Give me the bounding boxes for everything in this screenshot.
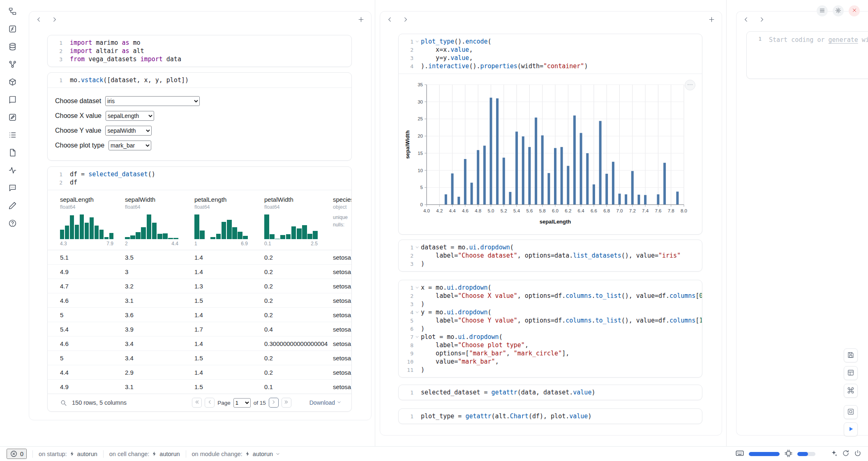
svg-text:5.4: 5.4 [513,208,520,213]
power-button[interactable] [854,449,861,458]
layout-button[interactable] [844,366,858,380]
add-cell-button[interactable] [355,14,367,26]
panel-explorer-button[interactable] [5,6,20,18]
panel-functions-button[interactable] [5,23,20,36]
empty-cell[interactable]: 1 Start coding or generate with AI [746,31,868,79]
code-editor[interactable]: 1import marimo as mo2import altair as al… [48,35,351,67]
last-page-button[interactable] [282,398,291,408]
column-header-sepalLength[interactable]: sepalLengthfloat644.37.9 [60,196,125,250]
save-button[interactable] [844,348,858,362]
panel-logs-button[interactable] [5,129,20,142]
code-editor[interactable]: 1mo.vstack([dataset, x, y, plot]) [48,73,351,88]
table-row[interactable]: 4.73.21.30.2setosa [48,279,351,293]
column-header-sepalWidth[interactable]: sepalWidthfloat6424.4 [125,196,194,250]
page-select[interactable]: 1 [233,398,251,408]
lightning-icon [152,451,157,456]
column-header-petalWidth[interactable]: petalWidthfloat640.12.5 [264,196,333,250]
line-number: 9 [399,350,413,357]
code-editor[interactable]: 1df = selected_dataset()2df [48,167,351,190]
prev-page-button[interactable] [205,398,215,408]
table-row[interactable]: 4.42.91.40.2setosa [48,365,351,379]
first-page-button[interactable] [192,398,202,408]
code-editor[interactable]: 1selected_dataset = getattr(data, datase… [399,385,702,400]
frame-icon [847,408,854,417]
errors-indicator[interactable]: 0 [7,449,27,459]
generate-with-ai-link[interactable]: generate [829,36,858,44]
control-row: Choose datasetiris [55,94,351,108]
chart-actions-button[interactable] [685,80,695,90]
lightning-icon [245,451,250,456]
table-row[interactable]: 4.931.40.2setosa [48,264,351,279]
table-row[interactable]: 53.61.40.2setosa [48,307,351,322]
panel-datasources-button[interactable] [5,41,20,53]
table-row[interactable]: 4.93.11.50.1setosa [48,379,351,394]
move-column-left-button[interactable] [740,14,752,26]
panel-tracing-button[interactable] [5,165,20,177]
fold-icon[interactable] [413,335,421,339]
fold-icon[interactable] [413,310,421,314]
cell-dataframe: 1df = selected_dataset()2df sepalLengthf… [47,166,352,412]
code-editor[interactable]: 1plot_type().encode(2 x=x.value,3 y=y.va… [399,34,702,74]
play-button[interactable] [844,422,858,436]
choose-plot-type-select[interactable]: mark_bar [108,141,151,150]
svg-text:5.8: 5.8 [539,208,546,213]
shutdown-button[interactable] [849,5,860,16]
move-column-left-button[interactable] [383,14,396,26]
column-header-petalLength[interactable]: petalLengthfloat6416.9 [194,196,264,250]
table-row[interactable]: 5.43.91.70.4setosa [48,322,351,336]
frame-button[interactable] [844,405,858,419]
panel-help-button[interactable] [5,218,20,230]
settings-button[interactable] [833,5,844,16]
runtime-config-item[interactable]: on cell change:autorun [109,451,180,457]
next-page-button[interactable] [269,398,279,408]
column-header-species[interactable]: speciesobjectuniquenulls: [333,196,352,250]
panel-chat-button[interactable] [5,182,20,195]
fold-icon[interactable] [413,39,421,44]
table-row[interactable]: 53.41.50.2setosa [48,350,351,365]
memory-button[interactable] [784,449,793,459]
code-line: 4y = mo.ui.dropdown( [399,308,696,316]
move-column-right-button[interactable] [399,14,411,26]
add-cell-button[interactable] [705,14,718,26]
move-column-left-button[interactable] [32,14,45,26]
choose-y-value-select[interactable]: sepalWidth [105,126,152,136]
dropdown-label: Choose dataset [55,97,101,105]
svg-text:6.6: 6.6 [591,208,597,213]
keyboard-shortcuts-button[interactable] [735,449,744,459]
column-divider[interactable] [375,0,375,446]
altair-bar-chart[interactable]: 4.04.24.44.64.85.05.25.45.65.86.06.26.46… [403,79,702,231]
cell-plot: 1plot_type().encode(2 x=x.value,3 y=y.va… [398,34,702,235]
status-bar: 0 on startup:autorunon cell change:autor… [0,446,868,461]
code-line: 3 y=y.value, [399,54,696,62]
fold-icon[interactable] [413,286,421,290]
column-divider[interactable] [726,0,727,446]
panel-compose-button[interactable] [5,200,20,212]
code-editor[interactable]: 1plot_type = getattr(alt.Chart(df), plot… [399,409,702,424]
panel-snippets-button[interactable] [5,147,20,159]
move-column-right-button[interactable] [48,14,60,26]
choose-x-value-select[interactable]: sepalLength [106,111,154,121]
move-column-right-button[interactable] [755,14,768,26]
notebook-menu-button[interactable] [817,5,828,16]
panel-scratchpad-button[interactable] [5,112,20,124]
column-histogram [194,214,248,239]
panel-dependencies-button[interactable] [5,59,20,71]
panel-documentation-button[interactable] [5,94,20,106]
code-line: 2 x=x.value, [399,46,696,54]
line-number: 3 [399,301,413,307]
fold-icon[interactable] [413,245,421,249]
ai-assist-button[interactable] [830,449,838,458]
table-row[interactable]: 5.13.51.40.2setosa [48,250,351,264]
download-button[interactable]: Download [307,399,344,406]
code-editor[interactable]: 1dataset = mo.ui.dropdown(2 label="Choos… [399,240,702,271]
choose-dataset-select[interactable]: iris [105,96,200,106]
table-row[interactable]: 4.63.41.40.30000000000000004setosa [48,336,351,350]
restart-kernel-button[interactable] [842,449,850,458]
runtime-config-item[interactable]: on startup:autorun [39,451,97,457]
search-icon[interactable] [60,399,67,406]
code-editor[interactable]: 1x = mo.ui.dropdown(2 label="Choose X va… [399,280,702,377]
runtime-config-item[interactable]: on module change:autorun [192,451,281,457]
panel-packages-button[interactable] [5,76,20,89]
command-button[interactable] [844,384,858,398]
table-row[interactable]: 4.63.11.50.2setosa [48,293,351,307]
